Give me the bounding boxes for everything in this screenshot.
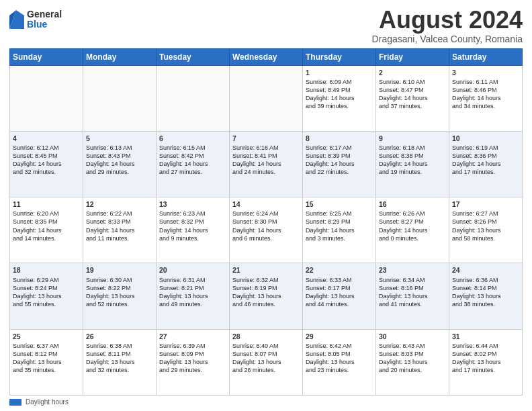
day-info: Sunrise: 6:20 AM Sunset: 8:35 PM Dayligh… xyxy=(13,210,80,242)
day-info: Sunrise: 6:23 AM Sunset: 8:32 PM Dayligh… xyxy=(159,210,226,242)
day-info: Sunrise: 6:24 AM Sunset: 8:30 PM Dayligh… xyxy=(232,210,300,242)
calendar-cell: 4Sunrise: 6:12 AM Sunset: 8:45 PM Daylig… xyxy=(10,131,83,197)
day-info: Sunrise: 6:12 AM Sunset: 8:45 PM Dayligh… xyxy=(13,144,80,177)
day-info: Sunrise: 6:13 AM Sunset: 8:43 PM Dayligh… xyxy=(86,144,153,177)
day-info: Sunrise: 6:38 AM Sunset: 8:11 PM Dayligh… xyxy=(86,342,153,375)
day-info: Sunrise: 6:39 AM Sunset: 8:09 PM Dayligh… xyxy=(159,342,226,375)
calendar-cell: 27Sunrise: 6:39 AM Sunset: 8:09 PM Dayli… xyxy=(157,329,230,395)
day-number: 29 xyxy=(306,332,373,341)
calendar-week-row: 1Sunrise: 6:09 AM Sunset: 8:49 PM Daylig… xyxy=(10,65,523,131)
day-info: Sunrise: 6:19 AM Sunset: 8:36 PM Dayligh… xyxy=(452,144,519,177)
day-number: 3 xyxy=(452,68,519,77)
calendar-cell: 15Sunrise: 6:25 AM Sunset: 8:29 PM Dayli… xyxy=(303,197,376,263)
calendar-cell: 30Sunrise: 6:43 AM Sunset: 8:03 PM Dayli… xyxy=(376,329,449,395)
day-number: 17 xyxy=(452,199,519,209)
day-number: 14 xyxy=(232,199,300,209)
calendar-week-row: 11Sunrise: 6:20 AM Sunset: 8:35 PM Dayli… xyxy=(10,197,523,263)
calendar-cell: 23Sunrise: 6:34 AM Sunset: 8:16 PM Dayli… xyxy=(376,263,449,329)
title-block: August 2024 Dragasani, Valcea County, Ro… xyxy=(372,7,523,44)
day-number: 22 xyxy=(306,265,373,275)
calendar-cell xyxy=(83,65,157,131)
day-number: 4 xyxy=(13,134,80,143)
day-info: Sunrise: 6:15 AM Sunset: 8:42 PM Dayligh… xyxy=(159,144,226,177)
day-number: 12 xyxy=(86,199,153,209)
calendar-cell: 12Sunrise: 6:22 AM Sunset: 8:33 PM Dayli… xyxy=(83,197,157,263)
calendar-week-row: 18Sunrise: 6:29 AM Sunset: 8:24 PM Dayli… xyxy=(10,263,523,329)
day-number: 28 xyxy=(232,332,300,341)
day-number: 21 xyxy=(232,265,300,275)
day-number: 8 xyxy=(306,134,373,143)
day-number: 24 xyxy=(452,265,519,275)
day-number: 11 xyxy=(13,199,80,209)
day-info: Sunrise: 6:40 AM Sunset: 8:07 PM Dayligh… xyxy=(232,342,300,375)
calendar-cell: 28Sunrise: 6:40 AM Sunset: 8:07 PM Dayli… xyxy=(230,329,303,395)
footer-note: Daylight hours xyxy=(9,398,523,406)
day-number: 30 xyxy=(379,332,446,341)
logo-blue: Blue xyxy=(27,19,62,30)
day-info: Sunrise: 6:43 AM Sunset: 8:03 PM Dayligh… xyxy=(379,342,446,375)
calendar-cell: 20Sunrise: 6:31 AM Sunset: 8:21 PM Dayli… xyxy=(157,263,230,329)
calendar-cell: 3Sunrise: 6:11 AM Sunset: 8:46 PM Daylig… xyxy=(449,65,523,131)
calendar-cell: 10Sunrise: 6:19 AM Sunset: 8:36 PM Dayli… xyxy=(449,131,523,197)
day-info: Sunrise: 6:11 AM Sunset: 8:46 PM Dayligh… xyxy=(452,78,519,111)
day-number: 18 xyxy=(13,265,80,275)
weekday-header: Saturday xyxy=(449,48,523,65)
calendar-table: SundayMondayTuesdayWednesdayThursdayFrid… xyxy=(9,48,523,396)
day-number: 13 xyxy=(159,199,226,209)
day-info: Sunrise: 6:18 AM Sunset: 8:38 PM Dayligh… xyxy=(379,144,446,177)
day-number: 9 xyxy=(379,134,446,143)
daylight-label: Daylight hours xyxy=(26,398,69,406)
calendar-cell: 14Sunrise: 6:24 AM Sunset: 8:30 PM Dayli… xyxy=(230,197,303,263)
day-number: 15 xyxy=(306,199,373,209)
calendar-cell xyxy=(157,65,230,131)
calendar-cell: 13Sunrise: 6:23 AM Sunset: 8:32 PM Dayli… xyxy=(157,197,230,263)
day-info: Sunrise: 6:42 AM Sunset: 8:05 PM Dayligh… xyxy=(306,342,373,375)
logo: General Blue xyxy=(9,9,62,30)
calendar-cell: 17Sunrise: 6:27 AM Sunset: 8:26 PM Dayli… xyxy=(449,197,523,263)
calendar-cell: 16Sunrise: 6:26 AM Sunset: 8:27 PM Dayli… xyxy=(376,197,449,263)
weekday-header: Sunday xyxy=(10,48,83,65)
calendar-cell: 2Sunrise: 6:10 AM Sunset: 8:47 PM Daylig… xyxy=(376,65,449,131)
calendar-cell xyxy=(230,65,303,131)
day-number: 6 xyxy=(159,134,226,143)
logo-text: General Blue xyxy=(27,9,62,30)
calendar-cell: 9Sunrise: 6:18 AM Sunset: 8:38 PM Daylig… xyxy=(376,131,449,197)
day-info: Sunrise: 6:37 AM Sunset: 8:12 PM Dayligh… xyxy=(13,342,80,375)
day-number: 5 xyxy=(86,134,153,143)
calendar-week-row: 25Sunrise: 6:37 AM Sunset: 8:12 PM Dayli… xyxy=(10,329,523,395)
calendar-cell: 19Sunrise: 6:30 AM Sunset: 8:22 PM Dayli… xyxy=(83,263,157,329)
weekday-header: Friday xyxy=(376,48,449,65)
calendar-header-row: SundayMondayTuesdayWednesdayThursdayFrid… xyxy=(10,48,523,65)
day-info: Sunrise: 6:31 AM Sunset: 8:21 PM Dayligh… xyxy=(159,276,226,309)
calendar-cell: 1Sunrise: 6:09 AM Sunset: 8:49 PM Daylig… xyxy=(303,65,376,131)
day-number: 25 xyxy=(13,332,80,341)
day-number: 16 xyxy=(379,199,446,209)
day-info: Sunrise: 6:10 AM Sunset: 8:47 PM Dayligh… xyxy=(379,78,446,111)
calendar-cell: 8Sunrise: 6:17 AM Sunset: 8:39 PM Daylig… xyxy=(303,131,376,197)
calendar-cell: 21Sunrise: 6:32 AM Sunset: 8:19 PM Dayli… xyxy=(230,263,303,329)
calendar-cell xyxy=(10,65,83,131)
day-number: 31 xyxy=(452,332,519,341)
weekday-header: Wednesday xyxy=(230,48,303,65)
day-number: 10 xyxy=(452,134,519,143)
calendar-cell: 6Sunrise: 6:15 AM Sunset: 8:42 PM Daylig… xyxy=(157,131,230,197)
calendar-cell: 24Sunrise: 6:36 AM Sunset: 8:14 PM Dayli… xyxy=(449,263,523,329)
day-number: 1 xyxy=(306,68,373,77)
day-info: Sunrise: 6:22 AM Sunset: 8:33 PM Dayligh… xyxy=(86,210,153,242)
logo-icon xyxy=(9,10,24,29)
calendar-cell: 26Sunrise: 6:38 AM Sunset: 8:11 PM Dayli… xyxy=(83,329,157,395)
day-info: Sunrise: 6:29 AM Sunset: 8:24 PM Dayligh… xyxy=(13,276,80,309)
main-title: August 2024 xyxy=(372,7,523,34)
day-info: Sunrise: 6:32 AM Sunset: 8:19 PM Dayligh… xyxy=(232,276,300,309)
day-info: Sunrise: 6:34 AM Sunset: 8:16 PM Dayligh… xyxy=(379,276,446,309)
calendar-cell: 25Sunrise: 6:37 AM Sunset: 8:12 PM Dayli… xyxy=(10,329,83,395)
page: General Blue August 2024 Dragasani, Valc… xyxy=(0,0,532,411)
daylight-bar-icon xyxy=(9,399,21,406)
calendar-cell: 5Sunrise: 6:13 AM Sunset: 8:43 PM Daylig… xyxy=(83,131,157,197)
day-info: Sunrise: 6:17 AM Sunset: 8:39 PM Dayligh… xyxy=(306,144,373,177)
calendar-cell: 11Sunrise: 6:20 AM Sunset: 8:35 PM Dayli… xyxy=(10,197,83,263)
day-info: Sunrise: 6:26 AM Sunset: 8:27 PM Dayligh… xyxy=(379,210,446,242)
day-info: Sunrise: 6:30 AM Sunset: 8:22 PM Dayligh… xyxy=(86,276,153,309)
day-info: Sunrise: 6:33 AM Sunset: 8:17 PM Dayligh… xyxy=(306,276,373,309)
calendar-cell: 7Sunrise: 6:16 AM Sunset: 8:41 PM Daylig… xyxy=(230,131,303,197)
